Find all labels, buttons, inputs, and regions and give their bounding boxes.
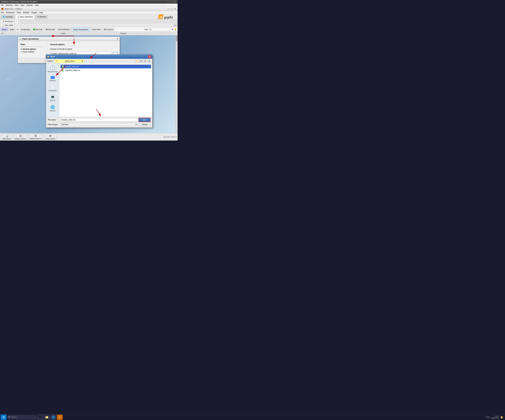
vm-menu-help[interactable]: Help [35, 4, 39, 6]
network-icon: 🌐 [50, 105, 55, 109]
vm-restore-icon[interactable]: □ [170, 0, 173, 3]
gephi-menu-window[interactable]: Window [23, 12, 29, 14]
open-dialog-close[interactable]: ✕ [148, 55, 151, 58]
file-item-migration-edge[interactable]: 📗 migration_edge.csv [61, 68, 151, 72]
new-folder-icon[interactable]: 📁 [135, 59, 139, 63]
filter-input[interactable] [149, 28, 171, 31]
gephi-title: Gephi 0.9.1 - Project 1 [4, 8, 22, 10]
datatable-nav-right[interactable]: ▷ [175, 24, 177, 27]
vm-minimize-icon[interactable]: — [167, 0, 170, 3]
datatable-tab[interactable]: 📋 Data Table ✕ [0, 24, 16, 27]
settings-icon: ⚙ [16, 28, 19, 31]
step-2-text: Import settings [23, 51, 34, 53]
vm-menubar: File Machine View Input Devices Help [0, 4, 177, 7]
sidebar-item-documents[interactable]: 📄 Documents [47, 84, 59, 92]
filter-dropdown-icon[interactable]: ▼ [172, 28, 173, 31]
workspace-tab-icon: 🖥 [2, 20, 4, 23]
gephi-close-icon[interactable]: ✕ [174, 7, 176, 10]
vm-menu-input[interactable]: Input [21, 4, 25, 6]
data-laboratory-label: Data Laboratory [20, 16, 33, 18]
files-of-type-select[interactable]: All Files [61, 123, 138, 126]
file-icon-country: 📗 [61, 65, 64, 68]
add-edge-button[interactable]: Add edge [44, 28, 56, 31]
node-edge-toolbar: Nodes Edges ⚙ Configuration Add node Add… [0, 27, 177, 32]
sidebar-item-thispc[interactable]: 💻 This PC [47, 94, 59, 102]
vm-menu-view[interactable]: View [15, 4, 19, 6]
workspace-tab-close[interactable]: ✕ [16, 21, 17, 23]
workspace-tab-label: Workspace 1 [5, 20, 15, 23]
clear-column-label: Clear column [46, 138, 55, 140]
open-dialog-filename-row: File name: Open Files of type: All Files… [46, 117, 152, 127]
gephi-menu-help[interactable]: Help [39, 12, 43, 14]
view-icon[interactable]: ☰ [143, 59, 147, 63]
add-column-button[interactable]: 📊 Add column [1, 134, 13, 140]
import-spreadsheet-button[interactable]: Import Spreadsheet [72, 28, 90, 31]
open-dialog-titlebar: 📂 Open ✕ [46, 55, 152, 59]
sidebar-item-desktop[interactable]: Desktop [47, 75, 59, 82]
open-button[interactable]: Open [139, 118, 151, 122]
recent-items-icon: 🕐 [50, 65, 55, 70]
vm-menu-devices[interactable]: Devices [26, 4, 33, 6]
svg-point-6 [14, 64, 15, 65]
scroll-thumb[interactable] [176, 35, 177, 41]
datatable-close[interactable]: ✕ [14, 24, 15, 26]
vm-title: Windows 10 [Running] - Oracle VM Virtual… [1, 1, 38, 3]
datatable-nav-left[interactable]: ◁ [173, 24, 175, 27]
lookin-dropdown[interactable]: 📁 gephi_class ▼ [55, 59, 84, 63]
folder-options-icon[interactable]: ⚙ [139, 59, 143, 63]
datatable-icon: 📋 [2, 24, 4, 26]
gephi-minimize-icon[interactable]: — [167, 7, 170, 10]
overview-icon: 🌐 [2, 16, 5, 18]
gephi-menu-workspace[interactable]: Workspace [6, 12, 15, 14]
svg-point-3 [6, 78, 9, 81]
thispc-label: This PC [50, 100, 56, 101]
preview-icon: 👁 [37, 16, 39, 18]
network-label: Network [50, 110, 56, 112]
vm-menu-machine[interactable]: Machine [6, 4, 13, 6]
workspace-tab-bar: 🖥 Workspace 1 ✕ [0, 19, 177, 23]
overview-label: Overview [5, 16, 13, 18]
sidebar-item-recent[interactable]: 🕐 Recent Items [47, 65, 59, 73]
import-dialog-close[interactable]: ✕ [117, 38, 119, 40]
open-dialog-title-area: 📂 Open [47, 56, 55, 58]
export-table-button[interactable]: Export table [91, 28, 102, 31]
nodes-button[interactable]: Nodes [0, 28, 8, 31]
sidebar-item-network[interactable]: 🌐 Network [47, 104, 59, 112]
file-item-country-node[interactable]: 📗 country_node.csv [61, 65, 151, 68]
add-node-button[interactable]: Add node [32, 28, 44, 31]
preview-label: Preview [39, 16, 46, 18]
tab-overview[interactable]: 🌐 Overview [0, 15, 15, 19]
vm-close-icon[interactable]: ✕ [173, 0, 176, 3]
add-column-label: Add column [2, 138, 11, 140]
workspace-tab[interactable]: 🖥 Workspace 1 ✕ [0, 20, 19, 23]
gephi-menu-file[interactable]: File [1, 12, 4, 14]
step-1: General options [23, 48, 44, 50]
tab-data-laboratory[interactable]: 📊 Data Laboratory [15, 15, 35, 19]
gephi-menu-tools[interactable]: Tools [17, 12, 21, 14]
cancel-button-open[interactable]: Cancel [139, 123, 151, 127]
bottom-toolbar: 📊 Add column ⊞ Merge columns 🗑 Delete co… [0, 133, 177, 141]
col-interval-header: Interval [119, 32, 127, 34]
edges-button[interactable]: Edges [9, 28, 16, 31]
add-column-icon: 📊 [5, 134, 8, 138]
merge-columns-button[interactable]: ⊞ Merge columns [14, 134, 27, 140]
vm-menu-file[interactable]: File [1, 4, 4, 6]
gephi-restore-icon[interactable]: □ [170, 7, 173, 10]
delete-column-button[interactable]: 🗑 Delete column ▾ [29, 134, 43, 140]
import-dialog-titlebar: 📊 Import spreadsheet ✕ [18, 37, 120, 41]
gephi-main-toolbar: 🌐 Overview 📊 Data Laboratory 👁 Preview 📶… [0, 14, 177, 19]
gephi-menu-plugins[interactable]: Plugins [31, 12, 37, 14]
search-replace-button[interactable]: Search/Replace [57, 28, 71, 31]
more-actions-button[interactable]: More actions [102, 28, 114, 31]
documents-label: Documents [49, 90, 57, 91]
main-scrollbar[interactable] [176, 35, 177, 133]
options-heading: General options [50, 43, 117, 46]
view-dropdown-icon[interactable]: ▼ [147, 59, 151, 63]
tab-preview[interactable]: 👁 Preview [35, 15, 48, 19]
import-dialog-icon: 📊 [19, 38, 21, 40]
filename-input[interactable] [61, 118, 138, 121]
col-id-header: Id [0, 32, 60, 34]
clear-column-button[interactable]: ✖ Clear column [44, 134, 57, 140]
configuration-button[interactable]: Configuration [19, 28, 31, 31]
steps-list: General options Import settings [20, 48, 44, 53]
